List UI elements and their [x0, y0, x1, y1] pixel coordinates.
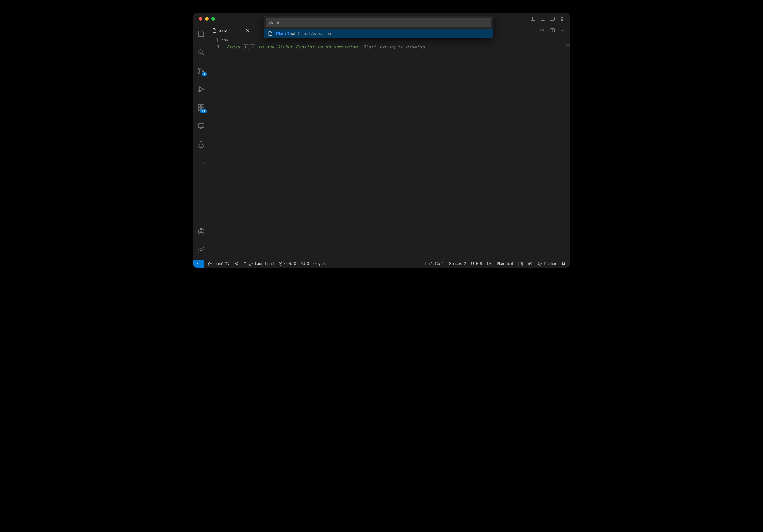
svg-point-38 [562, 30, 563, 31]
main-area: 1 11 [193, 25, 570, 260]
timeline-icon[interactable] [538, 27, 546, 34]
branch-name: main* [214, 262, 223, 266]
rocket-icon [243, 262, 247, 266]
titlebar-layout-controls [529, 15, 566, 23]
svg-point-51 [290, 264, 290, 265]
warning-icon [288, 262, 292, 266]
svg-point-29 [200, 229, 202, 231]
svg-point-37 [561, 30, 561, 31]
minimap-indicator [566, 44, 570, 45]
svg-rect-9 [563, 20, 564, 21]
palette-result-item[interactable]: Plain Text Current Association [264, 29, 493, 38]
svg-point-23 [202, 126, 204, 128]
launchpad-status[interactable]: Launchpad [243, 262, 274, 266]
split-editor-icon[interactable] [549, 27, 556, 34]
svg-point-45 [237, 264, 238, 265]
toggle-panel-icon[interactable] [539, 15, 547, 23]
svg-point-13 [198, 72, 200, 74]
breadcrumb-filename: .env [220, 38, 228, 43]
activity-bar: 1 11 [193, 25, 209, 260]
more-views-icon[interactable] [193, 157, 209, 169]
remote-indicator[interactable] [193, 260, 204, 268]
bell-icon [561, 262, 566, 266]
more-editor-actions-icon[interactable] [559, 27, 566, 34]
language-mode-status[interactable]: Plain Text [496, 262, 513, 266]
maximize-window-button[interactable] [211, 17, 215, 21]
notifications-status[interactable] [561, 262, 566, 266]
error-icon [278, 262, 283, 266]
palette-input[interactable] [266, 18, 491, 27]
d-marker-status[interactable]: [D] [518, 262, 523, 266]
svg-point-25 [198, 163, 199, 164]
svg-rect-2 [541, 17, 545, 21]
ports-status[interactable]: 0 [300, 262, 309, 266]
palette-result-description: Current Association [298, 32, 331, 36]
source-control-icon[interactable]: 1 [193, 64, 209, 77]
svg-point-44 [237, 262, 238, 263]
problems-status[interactable]: 0 0 [278, 262, 296, 266]
palette-results: Plain Text Current Association [264, 29, 493, 38]
palette-result-match: Plain T [276, 31, 290, 36]
minimize-window-button[interactable] [205, 17, 209, 21]
encoding-status[interactable]: UTF-8 [471, 262, 482, 266]
settings-gear-icon[interactable] [193, 243, 209, 256]
svg-rect-4 [550, 17, 555, 21]
bytes-label: 0 bytes [313, 262, 326, 266]
ghost-text-mid: to ask GitHub Copilot to do something. [256, 44, 363, 49]
command-palette: Plain Text Current Association [264, 16, 493, 38]
file-icon [268, 31, 273, 36]
status-bar: main* Launchpad 0 0 0 0 byt [193, 260, 570, 268]
i-key-icon: I [250, 44, 255, 50]
editor-tab-actions [535, 25, 570, 36]
bytes-status[interactable]: 0 bytes [313, 262, 326, 266]
vscode-window: 1 11 [193, 13, 570, 268]
extensions-icon[interactable]: 11 [193, 101, 209, 114]
svg-rect-20 [198, 124, 204, 128]
launchpad-label: Launchpad [255, 262, 274, 266]
accounts-icon[interactable] [193, 225, 209, 238]
close-tab-icon[interactable] [245, 28, 250, 33]
svg-point-26 [201, 163, 202, 164]
git-branch-status[interactable]: main* [207, 262, 230, 266]
text-editor[interactable]: 1 Press ⌘I to ask GitHub Copilot to do s… [209, 44, 570, 260]
line-gutter: 1 [209, 44, 227, 260]
svg-line-34 [542, 30, 543, 31]
svg-rect-6 [560, 17, 562, 19]
ghost-text-suffix: Start typing to dismiss. [363, 44, 427, 49]
error-count: 0 [284, 262, 286, 266]
gitlens-status[interactable] [234, 262, 238, 266]
ports-count: 0 [307, 262, 309, 266]
prohibit-icon [538, 262, 542, 266]
file-icon [212, 28, 217, 33]
toggle-primary-sidebar-icon[interactable] [529, 15, 537, 23]
cursor-position-status[interactable]: Ln 1, Col 1 [425, 262, 444, 266]
svg-point-30 [200, 249, 202, 251]
editor-tab[interactable]: .env [209, 25, 253, 36]
customize-layout-icon[interactable] [558, 15, 566, 23]
eol-status[interactable]: LF [487, 262, 491, 266]
file-icon [213, 37, 218, 43]
indentation-status[interactable]: Spaces: 2 [449, 262, 466, 266]
gitlens-icon [234, 262, 238, 266]
copilot-icon [528, 262, 533, 266]
editor-group: .env [209, 25, 570, 260]
palette-result-rest: ext [290, 31, 295, 36]
warning-count: 0 [294, 262, 296, 266]
svg-rect-8 [560, 20, 562, 21]
editor-content[interactable]: Press ⌘I to ask GitHub Copilot to do som… [227, 44, 570, 260]
svg-line-58 [539, 262, 541, 265]
svg-point-12 [198, 68, 200, 70]
explorer-icon[interactable] [193, 27, 209, 40]
svg-point-39 [564, 30, 565, 31]
svg-point-27 [203, 163, 204, 164]
prettier-status[interactable]: Prettier [538, 262, 556, 266]
scm-badge: 1 [202, 72, 207, 76]
svg-point-43 [235, 263, 236, 264]
run-debug-icon[interactable] [193, 83, 209, 96]
search-icon[interactable] [193, 46, 209, 59]
copilot-status[interactable] [528, 262, 533, 266]
close-window-button[interactable] [198, 17, 202, 21]
remote-explorer-icon[interactable] [193, 120, 209, 133]
testing-icon[interactable] [193, 138, 209, 151]
toggle-secondary-sidebar-icon[interactable] [549, 15, 556, 23]
